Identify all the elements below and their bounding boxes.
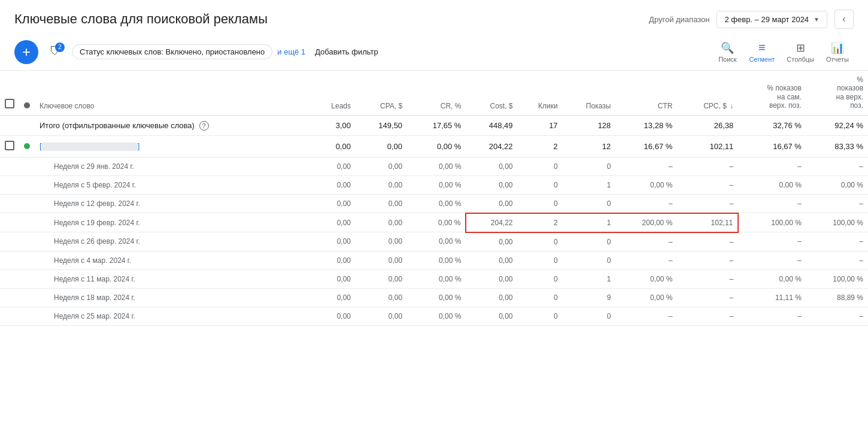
keyword-ctr: 16,67 % (615, 135, 677, 157)
segment-button[interactable]: ≡ Сегмент (744, 38, 779, 65)
reports-label: Отчеты (826, 56, 849, 63)
page-title: Ключевые слова для поисковой рекламы (14, 11, 268, 27)
week-cpa-8: 0,00 (356, 307, 407, 325)
week-ctr-2: – (615, 194, 677, 213)
week-cpa-6: 0,00 (356, 270, 407, 288)
week-cr-5: 0,00 % (407, 251, 466, 270)
totals-cr: 17,65 % (407, 116, 466, 136)
week-clicks-0: 0 (518, 157, 563, 175)
week-cr-0: 0,00 % (407, 157, 466, 175)
keyword-cpa: 0,00 (356, 135, 407, 157)
week-clicks-2: 0 (518, 194, 563, 213)
week-ctr-3: 200,00 % (615, 213, 677, 232)
week-checkbox-6 (0, 270, 19, 288)
week-impressions-2: 0 (563, 194, 616, 213)
week-ctr-7: 0,00 % (615, 288, 677, 307)
keyword-row: [] 0,00 0,00 0,00 % 204,22 2 12 16,67 % … (0, 135, 868, 157)
columns-button[interactable]: ⊞ Столбцы (782, 39, 819, 65)
week-row-2: Неделя с 12 февр. 2024 г.0,000,000,00 %0… (0, 194, 868, 213)
keyword-top-pct: 16,67 % (738, 135, 806, 157)
filter-button[interactable]: ⛉ 2 (43, 40, 67, 64)
th-cpa[interactable]: CPA, $ (356, 71, 407, 116)
week-leads-2: 0,00 (311, 194, 356, 213)
week-impressions-7: 9 (563, 288, 616, 307)
totals-clicks: 17 (518, 116, 563, 136)
th-ctr[interactable]: CTR (615, 71, 677, 116)
totals-cpc: 26,38 (677, 116, 738, 136)
week-clicks-6: 0 (518, 270, 563, 288)
week-status-2 (19, 194, 35, 213)
search-view-button[interactable]: 🔍 Поиск (713, 39, 742, 65)
add-filter-button[interactable]: Добавить фильтр (310, 45, 383, 59)
keyword-checkbox-cell[interactable] (0, 135, 19, 157)
week-impressions-3: 1 (563, 213, 616, 232)
week-cr-2: 0,00 % (407, 194, 466, 213)
th-keyword[interactable]: Ключевое слово (35, 71, 311, 116)
reports-button[interactable]: 📊 Отчеты (821, 39, 854, 65)
filter-chip[interactable]: Статус ключевых слов: Включено, приостан… (72, 44, 272, 59)
week-row-1: Неделя с 5 февр. 2024 г.0,000,000,00 %0,… (0, 175, 868, 194)
search-icon: 🔍 (721, 41, 734, 54)
add-button[interactable]: + (14, 40, 38, 64)
week-leads-3: 0,00 (311, 213, 356, 232)
th-cr[interactable]: CR, % (407, 71, 466, 116)
week-leads-8: 0,00 (311, 307, 356, 325)
week-ctr-4: – (615, 232, 677, 252)
week-row-5: Неделя с 4 мар. 2024 г.0,000,000,00 %0,0… (0, 251, 868, 270)
th-status (19, 71, 35, 116)
totals-top-pct: 32,76 % (738, 116, 806, 136)
filter-more-link[interactable]: и ещё 1 (277, 47, 305, 56)
week-status-6 (19, 270, 35, 288)
th-abs-top-pct[interactable]: %показовна верх.поз. (806, 71, 868, 116)
th-impressions[interactable]: Показы (563, 71, 616, 116)
week-cpa-7: 0,00 (356, 288, 407, 307)
week-cost-1: 0,00 (466, 175, 517, 194)
week-cpc-2: – (677, 194, 738, 213)
th-top-pct[interactable]: % показовна сам.верх. поз. (738, 71, 806, 116)
th-cost[interactable]: Cost, $ (466, 71, 517, 116)
week-label-4: Неделя с 26 февр. 2024 г. (35, 232, 311, 252)
week-label-6: Неделя с 11 мар. 2024 г. (35, 270, 311, 288)
week-top-pct-4: – (738, 232, 806, 252)
plus-icon: + (22, 44, 31, 60)
week-top-pct-8: – (738, 307, 806, 325)
chevron-down-icon: ▼ (814, 16, 820, 23)
week-abs-top-pct-6: 100,00 % (806, 270, 868, 288)
week-top-pct-5: – (738, 251, 806, 270)
keyword-cpc: 102,11 (677, 135, 738, 157)
week-cost-6: 0,00 (466, 270, 517, 288)
keyword-impressions: 12 (563, 135, 616, 157)
keyword-text[interactable]: [] (40, 141, 139, 150)
sort-down-icon: ↓ (730, 102, 733, 110)
week-row-0: Неделя с 29 янв. 2024 г.0,000,000,00 %0,… (0, 157, 868, 175)
back-button[interactable]: ‹ (834, 10, 854, 29)
week-ctr-6: 0,00 % (615, 270, 677, 288)
header-checkbox[interactable] (5, 99, 14, 108)
week-cr-4: 0,00 % (407, 232, 466, 252)
th-cpc[interactable]: CPC, $ ↓ (677, 71, 738, 116)
table-header-row: Ключевое слово Leads CPA, $ CR, % Cost, … (0, 71, 868, 116)
th-checkbox (0, 71, 19, 116)
week-cost-4: 0,00 (466, 232, 517, 252)
keyword-checkbox[interactable] (5, 141, 14, 150)
week-top-pct-7: 11,11 % (738, 288, 806, 307)
week-abs-top-pct-0: – (806, 157, 868, 175)
date-range-button[interactable]: 2 февр. – 29 март 2024 ▼ (717, 11, 827, 28)
reports-icon: 📊 (831, 41, 844, 54)
totals-cost: 448,49 (466, 116, 517, 136)
th-clicks[interactable]: Клики (518, 71, 563, 116)
totals-status-cell (19, 116, 35, 136)
week-clicks-8: 0 (518, 307, 563, 325)
week-leads-6: 0,00 (311, 270, 356, 288)
week-checkbox-5 (0, 251, 19, 270)
keyword-text-cell[interactable]: [] (35, 135, 311, 157)
week-cpa-4: 0,00 (356, 232, 407, 252)
segment-icon: ≡ (758, 41, 766, 54)
th-leads[interactable]: Leads (311, 71, 356, 116)
week-label-0: Неделя с 29 янв. 2024 г. (35, 157, 311, 175)
week-cpa-2: 0,00 (356, 194, 407, 213)
week-impressions-0: 0 (563, 157, 616, 175)
week-label-3: Неделя с 19 февр. 2024 г. (35, 213, 311, 232)
week-abs-top-pct-2: – (806, 194, 868, 213)
info-icon[interactable]: ? (199, 121, 209, 131)
